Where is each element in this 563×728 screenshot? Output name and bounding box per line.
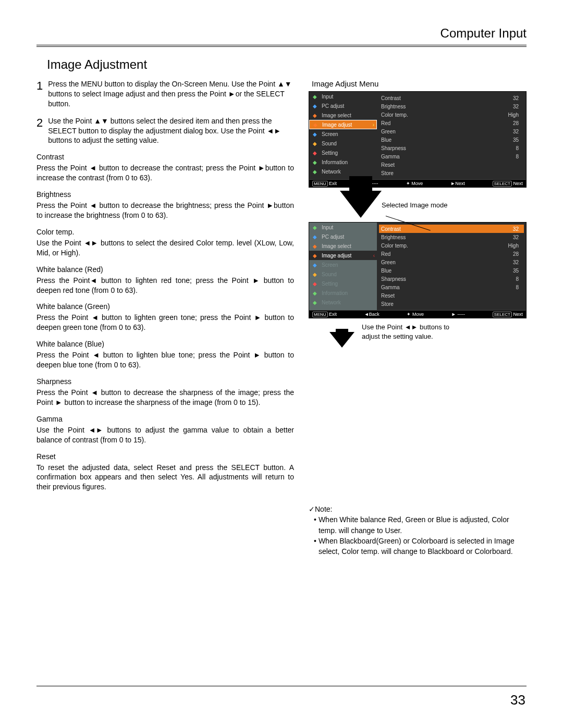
note-head: ✓Note: [309, 504, 527, 514]
menu-icon: ◆ [311, 224, 319, 230]
row-value: 32 [513, 235, 522, 240]
osd-value-row: Gamma8 [381, 152, 522, 161]
note-block: ✓Note: •When White balance Red, Green or… [309, 504, 527, 557]
osd-statusbar: MENU Exit◄Back✦ Move► -----SELECT Next [309, 310, 526, 318]
osd-value-row: Store [381, 169, 522, 177]
param-block: White balance (Blue) Press the Point ◄ b… [36, 340, 294, 370]
row-value: 8 [516, 276, 522, 282]
row-value: High [508, 243, 522, 249]
pointer-left-icon: ‹ [373, 253, 377, 258]
osd-menu-item: ◆Image adjust› [309, 120, 377, 129]
row-label: Store [381, 170, 394, 176]
osd-menu-item: ◆Screen [309, 129, 377, 139]
menu-icon: ◆ [311, 159, 319, 165]
param-body: Use the Point ◄► buttons to select the d… [36, 238, 294, 258]
param-block: White balance (Green) Press the Point ◄ … [36, 302, 294, 332]
osd-value-row: Store [381, 300, 522, 308]
param-title: Color temp. [36, 228, 294, 236]
menu-icon: ◆ [311, 93, 319, 100]
row-label: Store [381, 301, 394, 307]
osd-value-row: Red28 [381, 119, 522, 127]
menu-label: Network [322, 169, 341, 175]
param-title: White balance (Green) [36, 302, 294, 311]
row-value: 28 [513, 251, 522, 257]
param-block: Sharpness Press the Point ◄ button to de… [36, 377, 294, 408]
arrow-down-icon [340, 191, 382, 218]
step: 1 Press the MENU button to display the O… [36, 79, 294, 109]
menu-label: Network [322, 300, 341, 305]
row-value: 28 [513, 120, 522, 126]
osd-value-row: Blue35 [381, 135, 522, 144]
row-label: Brightness [381, 104, 406, 109]
menu-label: Sound [322, 272, 337, 277]
menu-label: Setting [322, 150, 338, 156]
footer-rule [36, 686, 527, 686]
osd-value-row: Sharpness8 [381, 144, 522, 152]
param-title: Sharpness [36, 377, 294, 386]
menu-label: PC adjust [322, 103, 344, 109]
statusbar-item: SELECT Next [493, 312, 523, 317]
osd-value-row: Reset [381, 291, 522, 300]
osd-value-row: Blue35 [381, 266, 522, 275]
note-item: •When Blackboard(Green) or Colorboard is… [314, 536, 527, 557]
marker-icon: ◢ [508, 227, 511, 232]
menu-label: Setting [322, 281, 338, 287]
step-number: 1 [36, 79, 43, 109]
osd-value-row: Contrast32 [381, 94, 522, 102]
param-block: White balance (Red) Press the Point◄ but… [36, 265, 294, 295]
osd-menu-item: ◆Screen [309, 260, 377, 269]
row-label: Red [381, 120, 390, 126]
osd-menu-item: ◆Setting [309, 279, 377, 288]
osd-value-row: Brightness32 [381, 233, 522, 241]
osd-value-row: Color temp.High [381, 110, 522, 119]
menu-icon: ◆ [311, 150, 319, 156]
param-block: Brightness Press the Point ◄ button to d… [36, 190, 294, 220]
row-value: 32 [513, 95, 522, 101]
param-block: Reset To reset the adjusted data, select… [36, 452, 294, 492]
section-header: Computer Input [36, 26, 527, 41]
menu-icon: ◆ [311, 243, 319, 249]
menu-icon: ◆ [311, 271, 319, 277]
statusbar-item: ✦ Move [407, 312, 424, 317]
osd-menu-item: ◆Information [309, 288, 377, 298]
statusbar-item: MENU Exit [312, 312, 337, 317]
param-body: Press the Point◄ button to lighten red t… [36, 276, 294, 295]
row-value: 32 [513, 129, 522, 134]
illustration-column: Image Adjust Menu ◆Input◆PC adjust◆Image… [309, 79, 527, 557]
menu-label: Image select [322, 243, 351, 249]
osd-menu-item: ◆Image select [309, 241, 377, 251]
param-body: Press the Point ◄ button to decrease the… [36, 201, 294, 220]
selected-mode-caption: Selected Image mode [382, 201, 447, 209]
row-label: Sharpness [381, 145, 406, 151]
statusbar-item: MENU Exit [312, 181, 337, 186]
header-rule [36, 45, 527, 47]
osd-menu-item: ◆Input [309, 92, 377, 101]
row-label: Contrast [381, 226, 401, 232]
menu-icon: ◆ [311, 103, 319, 109]
param-block: Color temp. Use the Point ◄► buttons to … [36, 228, 294, 258]
osd-menu-item: ◆Network [309, 167, 377, 176]
row-value: 32 [513, 260, 522, 265]
osd-value-row: Red28 [381, 250, 522, 258]
row-label: Reset [381, 293, 395, 299]
param-body: Press the Point ◄ button to lighten blue… [36, 350, 294, 370]
osd-value-row: Color temp.High [381, 241, 522, 250]
menu-label: Screen [322, 131, 338, 137]
param-title: Reset [36, 452, 294, 461]
osd-value-row: Green32 [381, 127, 522, 135]
param-block: Gamma Use the Point ◄► buttons to adjust… [36, 415, 294, 445]
param-body: Press the Point ◄ button to decrease the… [36, 163, 294, 183]
menu-icon: ◆ [311, 299, 319, 305]
osd-menu-item: ◆Network [309, 298, 377, 307]
menu-icon: ◆ [311, 290, 319, 296]
menu-icon: ◆ [311, 112, 319, 118]
row-label: Red [381, 251, 390, 257]
step-text: Use the Point ▲▼ buttons select the desi… [48, 116, 294, 146]
menu-label: Information [322, 159, 348, 165]
osd-title: Image Adjust Menu [312, 79, 527, 88]
osd-value-row: Reset [381, 161, 522, 169]
osd-value-row: Gamma8 [381, 283, 522, 291]
param-body: To reset the adjusted data, select Reset… [36, 463, 294, 492]
osd-menu-item: ◆Information [309, 157, 377, 167]
param-title: Gamma [36, 415, 294, 423]
